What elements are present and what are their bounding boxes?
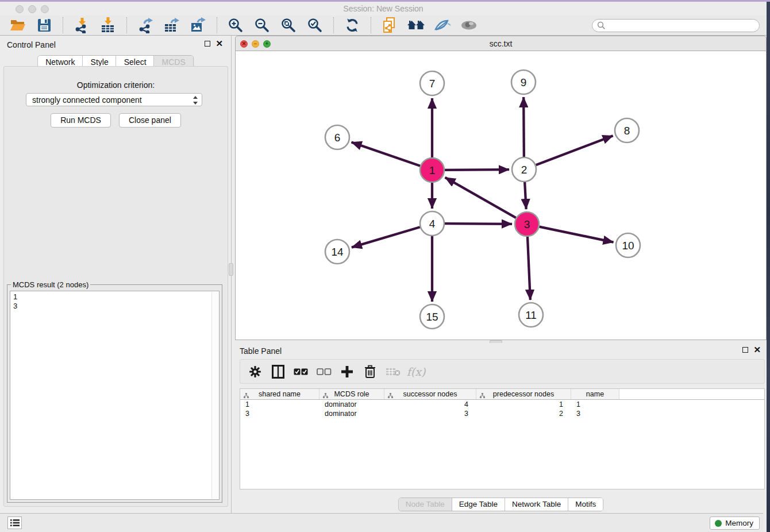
memory-label: Memory bbox=[725, 519, 753, 527]
network-canvas[interactable]: 7968124314101511 bbox=[235, 51, 767, 340]
graph-edge-2-3[interactable] bbox=[525, 182, 526, 209]
table-cell[interactable]: 1 bbox=[476, 400, 571, 409]
table-cell[interactable]: 3 bbox=[384, 409, 476, 418]
mcds-result-text[interactable]: 13 bbox=[10, 291, 220, 500]
tab-motifs[interactable]: Motifs bbox=[568, 498, 603, 511]
toolbar-separator bbox=[371, 17, 371, 33]
graph-node-2[interactable]: 2 bbox=[512, 157, 536, 182]
table-panel-close-icon[interactable]: ✕ bbox=[753, 347, 761, 353]
svg-text:15: 15 bbox=[426, 311, 438, 323]
column-header-predecessor-nodes[interactable]: predecessor nodes bbox=[476, 389, 571, 399]
graph-edge-4-14[interactable] bbox=[352, 227, 420, 247]
network-graph: 7968124314101511 bbox=[236, 51, 766, 340]
graph-node-7[interactable]: 7 bbox=[420, 71, 444, 95]
node-table-header: shared nameMCDS rolesuccessor nodesprede… bbox=[240, 389, 764, 400]
table-cell[interactable]: dominator bbox=[319, 409, 384, 418]
export-table-icon[interactable] bbox=[163, 17, 181, 34]
table-row[interactable]: 3dominator323 bbox=[240, 409, 764, 418]
graph-node-1[interactable]: 1 bbox=[420, 158, 444, 182]
zoom-selected-icon[interactable] bbox=[306, 17, 324, 34]
graph-node-10[interactable]: 10 bbox=[616, 233, 640, 257]
graph-node-3[interactable]: 3 bbox=[515, 212, 539, 236]
column-header-shared-name[interactable]: shared name bbox=[240, 389, 319, 399]
tab-edge-table[interactable]: Edge Table bbox=[452, 498, 505, 511]
deselect-all-icon[interactable] bbox=[316, 364, 332, 379]
graph-node-11[interactable]: 11 bbox=[519, 303, 543, 327]
graph-node-15[interactable]: 15 bbox=[420, 304, 444, 329]
table-cell[interactable]: 1 bbox=[240, 400, 319, 409]
zoom-fit-icon[interactable] bbox=[279, 17, 298, 34]
tab-node-table[interactable]: Node Table bbox=[399, 498, 452, 511]
graph-edge-1-6[interactable] bbox=[352, 142, 421, 165]
table-cell[interactable]: dominator bbox=[319, 400, 384, 409]
add-row-icon[interactable] bbox=[339, 364, 355, 379]
svg-text:3: 3 bbox=[524, 218, 530, 230]
graph-edge-4-3[interactable] bbox=[445, 223, 512, 224]
table-panel-float-icon[interactable] bbox=[742, 347, 748, 353]
delete-table-icon[interactable] bbox=[385, 364, 401, 379]
run-mcds-button[interactable]: Run MCDS bbox=[51, 113, 111, 128]
control-panel-title: Control Panel bbox=[7, 40, 56, 49]
column-header-MCDS-role[interactable]: MCDS role bbox=[319, 389, 384, 399]
window-title: Session: New Session bbox=[0, 4, 767, 13]
export-network-icon[interactable] bbox=[136, 17, 155, 34]
graph-edge-3-11[interactable] bbox=[528, 237, 530, 300]
close-panel-button[interactable]: Close panel bbox=[119, 113, 181, 128]
refresh-view-icon[interactable] bbox=[343, 17, 361, 34]
node-table-body: 1dominator4113dominator323 bbox=[240, 400, 764, 418]
save-session-icon[interactable] bbox=[35, 17, 53, 34]
apply-function-icon[interactable]: f(x) bbox=[408, 364, 424, 379]
import-table-icon[interactable] bbox=[99, 17, 117, 34]
svg-text:6: 6 bbox=[334, 132, 341, 144]
graph-edge-2-9[interactable] bbox=[523, 97, 524, 157]
panel-splitter-handle[interactable] bbox=[229, 263, 233, 276]
criterion-value: strongly connected component bbox=[32, 95, 142, 105]
column-header-successor-nodes[interactable]: successor nodes bbox=[384, 389, 476, 399]
table-options-icon[interactable] bbox=[247, 364, 263, 379]
tab-network-table[interactable]: Network Table bbox=[505, 498, 568, 511]
main-toolbar bbox=[0, 16, 767, 36]
mcds-panel: Optimization criterion: strongly connect… bbox=[3, 66, 228, 507]
graph-node-4[interactable]: 4 bbox=[420, 211, 444, 236]
graph-node-14[interactable]: 14 bbox=[325, 240, 349, 264]
duplicate-network-icon[interactable] bbox=[380, 17, 399, 34]
app-window: Session: New Session bbox=[0, 2, 767, 532]
graph-node-8[interactable]: 8 bbox=[615, 118, 639, 142]
delete-row-icon[interactable] bbox=[362, 364, 378, 379]
open-session-icon[interactable] bbox=[9, 17, 27, 34]
criterion-dropdown[interactable]: strongly connected component bbox=[26, 93, 202, 106]
table-cell[interactable]: 4 bbox=[384, 400, 476, 409]
zoom-out-icon[interactable] bbox=[253, 17, 271, 34]
show-overview-icon[interactable] bbox=[460, 17, 478, 34]
table-cell[interactable]: 1 bbox=[571, 400, 619, 409]
graph-edge-1-2[interactable] bbox=[445, 169, 509, 170]
import-network-icon[interactable] bbox=[72, 17, 91, 34]
table-row[interactable]: 1dominator411 bbox=[240, 400, 764, 409]
task-history-button[interactable] bbox=[7, 516, 22, 529]
show-columns-icon[interactable] bbox=[270, 364, 286, 379]
column-label: name bbox=[586, 390, 604, 398]
network-window-titlebar[interactable]: ✕ − + scc.txt bbox=[235, 36, 767, 51]
control-panel-close-icon[interactable]: ✕ bbox=[215, 41, 223, 47]
memory-button[interactable]: Memory bbox=[710, 516, 760, 530]
search-input[interactable] bbox=[592, 19, 760, 32]
zoom-in-icon[interactable] bbox=[226, 17, 245, 34]
export-image-icon[interactable] bbox=[189, 17, 207, 34]
mcds-result-box: MCDS result (2 nodes) 13 bbox=[7, 280, 222, 503]
table-cell[interactable]: 3 bbox=[240, 409, 319, 418]
column-header-name[interactable]: name bbox=[571, 389, 619, 399]
control-panel-float-icon[interactable] bbox=[205, 41, 210, 47]
open-home-icon[interactable] bbox=[407, 17, 425, 34]
graph-node-9[interactable]: 9 bbox=[511, 70, 536, 94]
graph-edge-3-1[interactable] bbox=[445, 178, 516, 218]
result-scrollbar[interactable] bbox=[211, 292, 218, 499]
graph-edge-3-10[interactable] bbox=[540, 227, 614, 242]
hide-panels-icon[interactable] bbox=[433, 17, 452, 34]
node-table[interactable]: shared nameMCDS rolesuccessor nodesprede… bbox=[240, 388, 765, 489]
table-cell[interactable]: 3 bbox=[571, 409, 619, 418]
graph-edge-2-8[interactable] bbox=[536, 136, 613, 165]
select-all-icon[interactable] bbox=[293, 364, 309, 379]
mcds-result-title: MCDS result (2 nodes) bbox=[11, 280, 90, 289]
graph-node-6[interactable]: 6 bbox=[325, 125, 349, 149]
table-cell[interactable]: 2 bbox=[476, 409, 571, 418]
